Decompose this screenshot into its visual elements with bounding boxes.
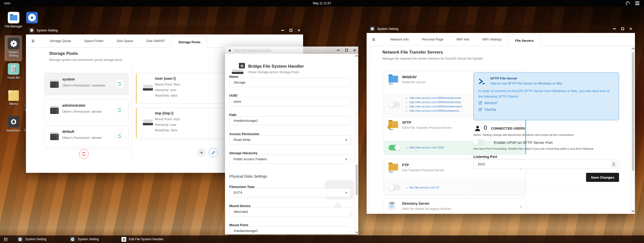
form-title: Bridge File System Handler: [248, 64, 304, 69]
sync-pool-button[interactable]: [115, 105, 124, 114]
webdav-link[interactable]: ▸http://dev.arozos.com:8080/webdav/store: [406, 105, 462, 108]
scroll-down-icon[interactable]: [631, 209, 635, 212]
tab-storage-pools[interactable]: Storage Pools: [172, 36, 207, 48]
external-link-icon: [478, 108, 482, 111]
tab-file-servers[interactable]: File Servers: [508, 35, 540, 46]
terminal-icon: [478, 78, 486, 86]
taskbar-item-system-setting-1[interactable]: System Setting: [18, 235, 46, 243]
ftp-folder-icon: [389, 164, 398, 171]
pool-card-administrator[interactable]: administrator Other's Permission: denied: [44, 99, 128, 121]
pool-card-system[interactable]: system Other's Permission: readwrite: [44, 73, 128, 95]
gear-icon: [370, 26, 375, 31]
scrollbar-thumb[interactable]: [632, 52, 634, 171]
maximize-button[interactable]: [345, 49, 348, 52]
maximize-button[interactable]: [621, 27, 624, 30]
access-permission-select[interactable]: Read Write▾: [229, 135, 351, 144]
number-stepper[interactable]: [611, 161, 617, 168]
shortcut-system-setting[interactable]: System Setting: [4, 38, 23, 57]
listening-port-input[interactable]: 2022: [473, 160, 619, 169]
name-input[interactable]: Storage: [229, 78, 351, 87]
app-launcher-icon[interactable]: [4, 237, 8, 241]
sync-pool-button[interactable]: [115, 132, 124, 141]
hamburger-menu-icon[interactable]: ≡: [372, 36, 375, 43]
tab-personal-page[interactable]: Personal Page: [415, 33, 450, 46]
ftp-toggle-off[interactable]: [389, 185, 400, 190]
shortcut-serverless[interactable]: O Serverless: [4, 116, 23, 132]
taskbar-item-system-setting-2[interactable]: System Setting: [70, 235, 99, 243]
tab-disk-smart[interactable]: Disk SMART: [140, 34, 172, 48]
webdav-link[interactable]: ▸http://dev.arozos.com:8080/webdav/tmp: [406, 101, 461, 104]
tab-wifi-info[interactable]: WiFi Info: [450, 33, 476, 46]
shortcut-music[interactable]: ♪: [22, 12, 42, 23]
divider: [473, 122, 619, 123]
divider: [473, 187, 619, 187]
minimize-button[interactable]: [337, 50, 340, 51]
uuid-input[interactable]: store: [229, 97, 351, 106]
filezilla-link[interactable]: FileZilla: [478, 108, 496, 111]
winscp-link[interactable]: WinSCP: [478, 101, 497, 105]
external-link-icon: [478, 101, 482, 105]
tab-storage-quota[interactable]: Storage Quota: [43, 34, 78, 48]
file-servers-panel: Network File Transfer Servers Manage the…: [367, 46, 635, 214]
path-input[interactable]: /media/storage1: [229, 116, 351, 125]
ftp-link[interactable]: ▸ftp://dev.arozos.com:21: [406, 186, 439, 189]
divider: [132, 67, 132, 162]
window-titlebar[interactable]: System Setting ×: [367, 25, 635, 33]
tab-disk-space[interactable]: Disk Space: [110, 34, 140, 48]
scrollbar-thumb[interactable]: [356, 165, 358, 195]
minimize-button[interactable]: [281, 30, 284, 31]
minimize-button[interactable]: [613, 28, 616, 29]
close-button[interactable]: ×: [298, 28, 300, 32]
sync-pool-button[interactable]: [115, 79, 124, 88]
window-edit-file-system-handler: Edit File System Handler × Bridge File S…: [225, 47, 358, 234]
server-stack-icon: [50, 106, 59, 114]
taskbar-item-edit-handler[interactable]: Edit File System Handler: [121, 235, 164, 243]
sftp-folder-lock-icon: [389, 121, 398, 128]
server-stack-icon: [50, 132, 59, 140]
trash-icon: [8, 63, 19, 75]
page-title: Network File Transfer Servers: [382, 50, 443, 55]
window-titlebar[interactable]: System Setting ×: [26, 26, 303, 34]
scrollbar[interactable]: [355, 54, 358, 234]
upnp-toggle-off[interactable]: [473, 140, 485, 145]
filesystem-type-select[interactable]: EXT4▾: [229, 188, 351, 197]
scrollbar[interactable]: [631, 46, 635, 214]
storage-hierarchy-label: Storage Hierarchy: [229, 151, 257, 155]
webdav-folder-icon: [389, 76, 398, 83]
mount-device-input[interactable]: /dev/sda1: [229, 207, 351, 216]
shortcut-trash-bin[interactable]: Trash Bin: [4, 63, 23, 79]
divider: [44, 149, 128, 149]
tab-space-finder[interactable]: Space Finder: [78, 34, 110, 48]
storage-hierarchy-select[interactable]: Public Access Folders▾: [229, 155, 351, 164]
window-titlebar[interactable]: Edit File System Handler ×: [225, 47, 358, 54]
link-handler-button[interactable]: [209, 148, 218, 157]
refresh-pools-button[interactable]: [79, 149, 89, 159]
connected-users-label: CONNECTED USERS: [491, 127, 525, 130]
memo-note-icon: [8, 90, 19, 101]
shortcut-memo[interactable]: Memo: [4, 90, 23, 106]
sftp-link[interactable]: ▸sftp://dev.arozos.com:2022: [406, 146, 444, 149]
scroll-down-icon[interactable]: [355, 230, 358, 233]
hidden-shortcut-label-fragment: I: [24, 104, 25, 107]
hamburger-menu-icon[interactable]: ≡: [31, 38, 35, 44]
maximize-button[interactable]: [289, 29, 292, 32]
sftp-toggle-on[interactable]: [389, 145, 400, 150]
chevron-right-icon[interactable]: ›: [520, 204, 522, 209]
webdav-toggle-off[interactable]: [389, 102, 400, 107]
server-card-directory[interactable]: Directory Server Web file viewer for leg…: [384, 198, 526, 214]
webdav-link[interactable]: ▸http://dev.arozos.com:8080/webdav/user: [406, 96, 461, 99]
close-button[interactable]: ×: [353, 48, 356, 52]
page-subtitle: Manage system and permission group stora…: [49, 58, 122, 62]
save-changes-button[interactable]: Save Changes: [586, 173, 619, 182]
mount-point-input[interactable]: /media/storage1: [229, 226, 351, 234]
pool-card-default[interactable]: default Other's Permission: denied: [44, 125, 128, 147]
shortcut-file-manager[interactable]: File Manager: [4, 12, 23, 28]
close-button[interactable]: ×: [630, 27, 632, 31]
arozos-desktop: ccns May 11 21:57 File Manager ♪ System …: [0, 0, 644, 243]
add-handler-button[interactable]: +: [197, 148, 206, 157]
scroll-up-icon[interactable]: [355, 55, 358, 58]
tab-network-info[interactable]: Network Info: [384, 33, 415, 46]
scroll-up-icon[interactable]: [631, 48, 635, 51]
tab-wifi-settings[interactable]: WiFi Settings: [476, 33, 508, 46]
webdav-link[interactable]: ▸http://dev.arozos.com:8080/webdav/is1: [406, 109, 460, 112]
